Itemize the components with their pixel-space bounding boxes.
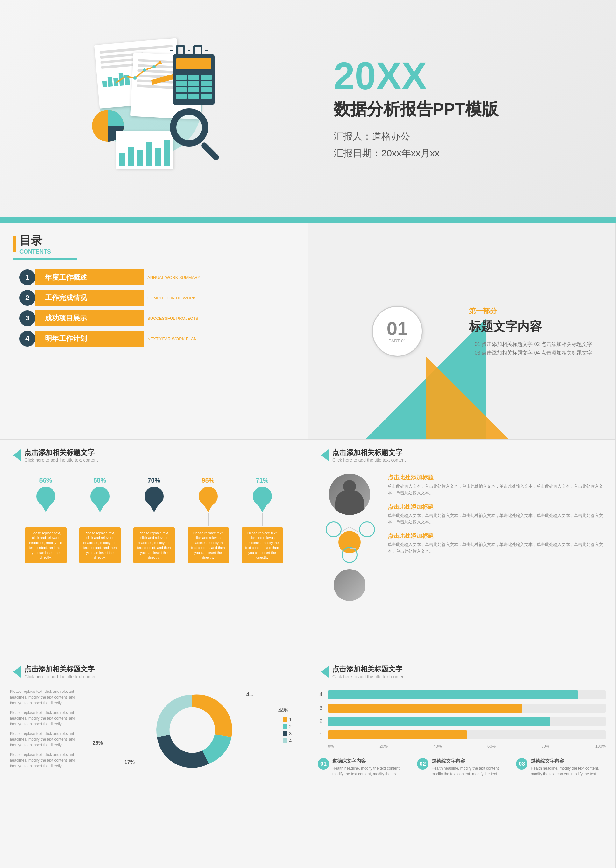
conn-sm3 — [342, 547, 358, 563]
part-number-circle: 01 PART 01 — [372, 306, 423, 357]
connection-circles — [322, 520, 377, 564]
teal-underline — [13, 258, 77, 260]
item-label-1: 年度工作概述 — [35, 269, 144, 285]
donut-slide: 点击添加相关标题文字 Click here to add the title t… — [0, 656, 308, 868]
arrow-left-6 — [13, 666, 21, 677]
x-60: 60% — [487, 744, 496, 748]
contents-item-4: 4 明年工作计划 NEXT YEAR WORK PLAN — [19, 331, 288, 347]
slide4-header-texts: 点击添加相关标题文字 Click here to add the title t… — [25, 448, 98, 463]
pin-line-1 — [46, 514, 46, 526]
btn6 — [201, 81, 212, 86]
pin-line-5 — [262, 514, 262, 526]
left-text-4: Please replace text, click and relevant … — [10, 752, 80, 769]
x-0: 0% — [328, 744, 334, 748]
text-content-2: 单击此处输入文本，单击此处输入文本，单击此处输入文本，单击此处输入文本，单击此处… — [388, 512, 606, 526]
legend-dot-2 — [283, 724, 287, 729]
contents-item-1: 1 年度工作概述 ANNUAL WORK SUMMARY — [19, 269, 288, 285]
bottom-text-3: 道德综文字内容 Health headline, modify the text… — [531, 758, 606, 777]
bottom-title-3: 道德综文字内容 — [531, 758, 606, 764]
bottom-item-3: 03 道德综文字内容 Health headline, modify the t… — [516, 758, 606, 777]
legend-dot-3 — [283, 731, 287, 736]
arrow-left-5 — [321, 449, 328, 461]
separator-bar — [0, 217, 616, 223]
bottom-bar-chart — [116, 131, 173, 169]
pin-pct-5: 71% — [256, 477, 269, 484]
contents-titles: 目录 CONTENTS — [19, 233, 51, 255]
item-sublabel-1: ANNUAL WORK SUMMARY — [144, 275, 200, 280]
contents-slide: 目录 CONTENTS 1 年度工作概述 ANNUAL WORK SUMMARY… — [0, 223, 308, 440]
left-text-1: Please replace text, click and relevant … — [10, 688, 80, 706]
text-content-3: 单击此处输入文本，单击此处输入文本，单击此处输入文本，单击此处输入文本，单击此处… — [388, 542, 606, 555]
badge-03: 03 — [516, 758, 528, 770]
btn5 — [188, 81, 199, 86]
sub-text-1: 01 点击添加相关标题文字 02 点击添加相关标题文字 — [475, 341, 592, 348]
part-content: 第一部分 标题文字内容 01 点击添加相关标题文字 02 点击添加相关标题文字 … — [469, 306, 596, 356]
cover-title: 数据分析报告PPT模版 — [334, 98, 591, 120]
btn9 — [201, 87, 212, 92]
text-blocks-col: 点击此处添加标题 单击此处输入文本，单击此处输入文本，单击此处输入文本，单击此处… — [388, 474, 606, 601]
bar6 — [163, 140, 170, 165]
part01-slide: 01 PART 01 第一部分 标题文字内容 01 点击添加相关标题文字 02 … — [308, 223, 616, 440]
glasses-arm — [170, 50, 173, 51]
slide6-en: Click here to add the title text content — [25, 674, 98, 679]
pin-item-1: 56% Please replace text, click and relev… — [25, 477, 66, 563]
cover-illustration — [0, 0, 308, 217]
item-label-2: 工作完成情况 — [35, 290, 144, 306]
slide-row-1: 目录 CONTENTS 1 年度工作概述 ANNUAL WORK SUMMARY… — [0, 223, 616, 440]
donut-hole — [169, 707, 215, 753]
head-silhouette — [343, 480, 356, 493]
conn-sm2 — [359, 521, 375, 537]
item-number-2: 2 — [19, 290, 35, 306]
dot1 — [469, 343, 471, 345]
part-num: 01 — [387, 319, 408, 338]
text-block-2: 点击此处添加标题 单击此处输入文本，单击此处输入文本，单击此处输入文本，单击此处… — [388, 503, 606, 526]
text-block-3: 点击此处添加标题 单击此处输入文本，单击此处输入文本，单击此处输入文本，单击此处… — [388, 532, 606, 555]
cover-date: 汇报日期：20xx年xx月xx — [334, 147, 591, 160]
slide5-header: 点击添加相关标题文字 Click here to add the title t… — [308, 440, 615, 467]
pin-item-5: 71% Please replace text, click and relev… — [242, 477, 283, 563]
pin-pct-4: 95% — [201, 477, 214, 484]
bottom-content-1: Health headline, modify the text content… — [332, 766, 407, 777]
pin-icon-1 — [35, 487, 57, 512]
item-sublabel-3: SUCCESSFUL PROJECTS — [144, 316, 198, 321]
left-text-2: Please replace text, click and relevant … — [10, 710, 80, 727]
slide-row-2: 点击添加相关标题文字 Click here to add the title t… — [0, 440, 616, 656]
slide7-header-texts: 点击添加相关标题文字 Click here to add the title t… — [332, 665, 405, 679]
pin-pct-3: 70% — [148, 477, 160, 484]
pin-circle-2 — [90, 487, 110, 506]
sub-item-1: 01 点击添加相关标题文字 02 点击添加相关标题文字 — [469, 341, 596, 348]
x-40: 40% — [434, 744, 442, 748]
calc-screen — [176, 58, 211, 69]
text-title-2: 点击此处添加标题 — [388, 503, 606, 510]
btn4 — [176, 81, 187, 86]
person-silhouette — [335, 490, 364, 515]
item-sublabel-2: COMPLETION OF WORK — [144, 296, 196, 300]
legend-1: 1 — [283, 717, 292, 722]
magnify-glass — [170, 108, 221, 162]
trend-arrowhead — [157, 60, 162, 65]
pin-box-5: Please replace text, click and relevant … — [242, 528, 283, 563]
part-sub-items: 01 点击添加相关标题文字 02 点击添加相关标题文字 03 点击添加相关标题文… — [469, 341, 596, 356]
legend-label-3: 3 — [289, 731, 292, 736]
p-bar — [102, 80, 107, 87]
pin-circle-3 — [145, 487, 163, 506]
bottom-icons-row: 01 道德综文字内容 Health headline, modify the t… — [308, 752, 615, 783]
donut-label-26: 26% — [93, 740, 103, 746]
bar1 — [119, 153, 126, 165]
text-content-1: 单击此处输入文本，单击此处输入文本，单击此处输入文本，单击此处输入文本，单击此处… — [388, 483, 606, 496]
illustration-graphic — [74, 29, 234, 188]
dot2 — [469, 351, 471, 354]
bar5 — [155, 148, 161, 165]
btn10 — [176, 94, 187, 99]
slide6-header: 点击添加相关标题文字 Click here to add the title t… — [0, 657, 308, 684]
pin-tail-1 — [41, 504, 50, 512]
arrow-left — [13, 449, 21, 461]
part-section-label: 第一部分 — [469, 306, 596, 316]
bottom-item-1: 01 道德综文字内容 Health headline, modify the t… — [318, 758, 407, 777]
bar4 — [146, 142, 152, 165]
item-number-1: 1 — [19, 269, 35, 285]
sub-item-2: 03 点击添加相关标题文字 04 点击添加相关标题文字 — [469, 350, 596, 356]
slide4-cn: 点击添加相关标题文字 — [25, 448, 98, 457]
hbar-label-4: 4 — [318, 692, 324, 698]
cover-reporter: 汇报人：道格办公 — [334, 130, 591, 143]
